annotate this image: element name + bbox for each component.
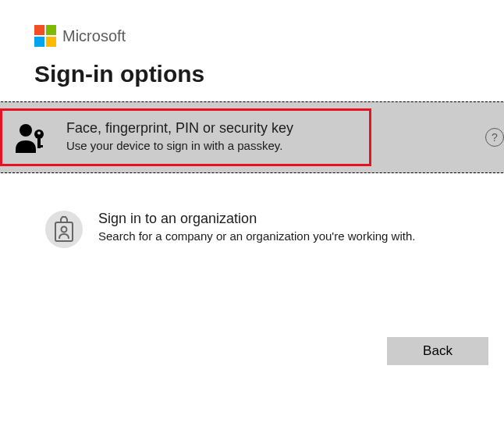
svg-point-6 <box>62 227 67 233</box>
page-title: Sign-in options <box>34 61 470 87</box>
help-icon[interactable]: ? <box>485 128 504 147</box>
brand-text: Microsoft <box>62 27 126 45</box>
microsoft-logo-icon <box>34 25 56 47</box>
back-button[interactable]: Back <box>387 337 488 365</box>
svg-rect-4 <box>37 145 43 147</box>
option-organization-desc: Search for a company or an organization … <box>98 229 459 244</box>
passkey-icon <box>13 119 51 156</box>
option-organization[interactable]: Sign in to an organization Search for a … <box>34 198 470 261</box>
option-passkey-title: Face, fingerprint, PIN or security key <box>66 120 358 137</box>
option-passkey[interactable]: Face, fingerprint, PIN or security key U… <box>0 101 504 173</box>
badge-icon <box>45 211 83 248</box>
brand-row: Microsoft <box>34 25 470 47</box>
svg-point-2 <box>37 132 41 135</box>
option-organization-title: Sign in to an organization <box>98 211 459 227</box>
highlight-box: Face, fingerprint, PIN or security key U… <box>0 108 371 166</box>
svg-point-0 <box>20 124 32 137</box>
option-passkey-desc: Use your device to sign in with a passke… <box>66 138 358 154</box>
